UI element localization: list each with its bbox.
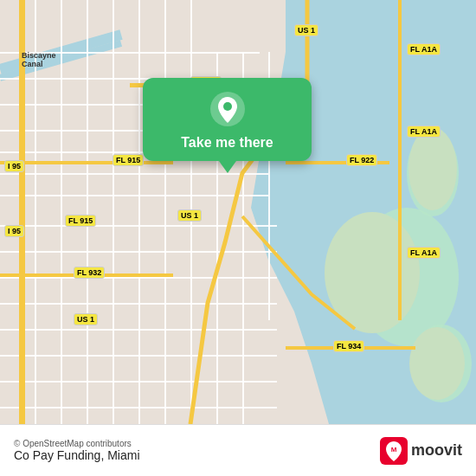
road-label-i95-mid: I 95 — [4, 225, 24, 237]
svg-point-5 — [408, 127, 457, 210]
bottom-left-info: © OpenStreetMap contributors Co Pay Fund… — [14, 439, 140, 462]
svg-rect-34 — [0, 161, 173, 164]
svg-rect-37 — [398, 0, 402, 320]
bottom-bar: © OpenStreetMap contributors Co Pay Fund… — [0, 424, 476, 476]
svg-rect-25 — [113, 0, 114, 424]
svg-rect-27 — [164, 0, 166, 424]
svg-text:M: M — [391, 446, 397, 453]
road-label-fl-a1a-3: FL A1A — [407, 247, 441, 259]
road-label-us1-mid: US 1 — [177, 209, 202, 222]
road-label-i95-top: I 95 — [4, 160, 24, 172]
road-label-fl934: FL 934 — [333, 340, 364, 352]
svg-rect-23 — [61, 0, 62, 424]
location-popup[interactable]: Take me there — [143, 78, 312, 161]
moovit-icon: M — [380, 437, 408, 465]
road-label-fl915-mid: FL 915 — [65, 215, 96, 227]
map-container: US 1 FL 909 FL 915 FL 915 FL 922 FL A1A … — [0, 0, 476, 424]
svg-point-6 — [409, 327, 465, 400]
map-attribution: © OpenStreetMap contributors — [14, 439, 140, 448]
road-label-us1-top: US 1 — [294, 24, 318, 36]
take-me-there-button[interactable]: Take me there — [181, 135, 273, 151]
location-name: Co Pay Funding, Miami — [14, 448, 140, 462]
road-label-biscayne: BiscayneCanal — [19, 50, 59, 69]
road-label-fl932: FL 932 — [74, 267, 105, 279]
road-label-fl-a1a-1: FL A1A — [407, 43, 441, 55]
moovit-logo[interactable]: M moovit — [380, 437, 462, 465]
road-label-fl-a1a-2: FL A1A — [407, 125, 441, 138]
road-label-us1-bot: US 1 — [74, 313, 98, 325]
moovit-label: moovit — [411, 441, 462, 460]
svg-point-40 — [223, 102, 232, 111]
svg-rect-24 — [87, 0, 88, 424]
svg-rect-13 — [0, 195, 268, 196]
road-label-fl922: FL 922 — [346, 154, 377, 166]
road-label-fl915-left: FL 915 — [113, 154, 144, 166]
map-background — [0, 0, 476, 424]
svg-rect-26 — [138, 0, 140, 424]
svg-rect-12 — [0, 173, 268, 175]
location-pin-icon — [209, 90, 247, 128]
